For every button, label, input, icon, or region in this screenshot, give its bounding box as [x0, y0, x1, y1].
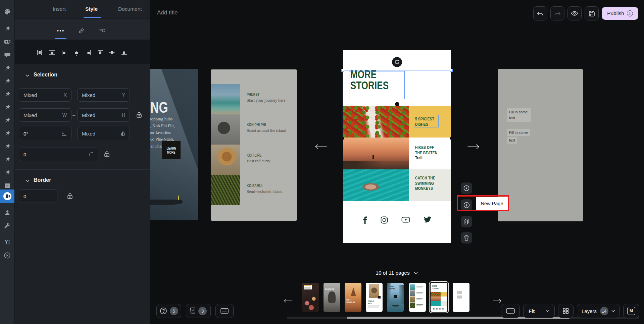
thumbnail-page-5[interactable]: ISLAND HOPPING [387, 283, 404, 312]
redo-button[interactable] [550, 6, 564, 20]
thumbs-prev-arrow[interactable] [284, 299, 292, 303]
distribute-horizontal-icon[interactable] [36, 49, 43, 56]
play-preview-button[interactable] [461, 182, 472, 194]
thumbnail-page-8[interactable] [453, 283, 469, 312]
y-brand-icon[interactable]: Y! [0, 237, 14, 248]
align-top-icon[interactable] [97, 49, 104, 56]
curry-photo [211, 145, 240, 175]
page-list[interactable]: PHUKET Start your journey here KOH PHI P… [211, 69, 297, 221]
zoom-fit-dropdown[interactable]: Fit [523, 304, 555, 318]
x-field[interactable]: Mixed X [19, 88, 71, 102]
selection-handle-top-left[interactable] [341, 69, 344, 72]
publish-button[interactable]: Publish i [602, 7, 638, 20]
mountain-photo[interactable] [343, 138, 409, 169]
thumbnail-page-7-selected[interactable]: MORE STORIES [431, 283, 447, 312]
selection-center-handle[interactable] [395, 102, 399, 106]
row2-text-cell[interactable]: HIKES OFF THE BEATEN Trail [409, 138, 451, 169]
width-field[interactable]: Mixed W [19, 108, 71, 122]
thumbnail-page-3[interactable]: TOP 5 CHIANG MAI [345, 283, 361, 312]
rotation-field[interactable]: 0° [19, 127, 71, 140]
page-counter[interactable]: 10 of 11 pages [351, 270, 442, 276]
thumbnail-page-4[interactable]: TEMPLE MAZE [366, 283, 383, 312]
preview-eye-button[interactable] [567, 6, 582, 20]
media-icon[interactable] [0, 37, 14, 47]
pin-icon[interactable] [0, 76, 14, 87]
align-center-horizontal-icon[interactable] [73, 49, 80, 56]
subtab-general-icon[interactable]: ••• [56, 27, 65, 35]
pin-icon[interactable] [0, 154, 14, 165]
page-next[interactable]: Fill in some text Fill in some text [498, 69, 583, 221]
thumbnail-page-2[interactable]: BANGKOK [324, 283, 340, 312]
pin-icon[interactable] [0, 63, 14, 73]
collapse-selection-icon[interactable] [26, 74, 30, 77]
thumbnail-page-1[interactable] [302, 283, 319, 312]
pin-icon[interactable] [0, 89, 14, 100]
delete-page-button[interactable] [461, 232, 472, 244]
duplicate-page-button[interactable] [461, 216, 472, 227]
selection-handle-top-right[interactable] [450, 69, 453, 72]
pin-icon[interactable] [0, 141, 14, 152]
keyboard-toggle-button[interactable] [501, 304, 520, 318]
page-prev[interactable]: NG hopping hubs i, Koh Phi Phi, her favo… [150, 69, 198, 220]
aspect-lock-icon[interactable] [136, 112, 142, 118]
distribute-vertical-icon[interactable] [49, 49, 55, 56]
subtab-link-icon[interactable] [77, 27, 86, 35]
thumbnail-page-6[interactable] [409, 283, 426, 312]
thumbs-next-arrow[interactable] [493, 299, 502, 303]
user-icon[interactable] [0, 207, 14, 218]
corner-radius-field[interactable]: 0 [19, 148, 98, 161]
subtab-effects-icon[interactable] [98, 27, 107, 35]
align-left-icon[interactable] [61, 49, 67, 56]
facebook-icon[interactable] [363, 216, 367, 224]
align-center-vertical-icon[interactable] [109, 49, 115, 56]
placeholder-text-box[interactable]: Fill in some text [507, 108, 531, 122]
mode-button[interactable]: M [623, 304, 639, 318]
tab-document[interactable]: Document [118, 6, 142, 12]
sidebar-item-device-preview[interactable] [0, 190, 14, 203]
learn-more-button[interactable]: LEARN MORE [162, 141, 181, 159]
thumb-title-line: CHIANG MAI [346, 301, 355, 304]
placeholder-text-box[interactable]: Fill in some text [507, 129, 530, 144]
opacity-field[interactable]: Mixed [77, 127, 130, 140]
collapse-border-icon[interactable] [26, 179, 30, 182]
wrench-icon[interactable] [0, 220, 14, 231]
align-right-icon[interactable] [85, 49, 92, 56]
rotation-icon [61, 131, 67, 136]
selection-handle-bottom-left[interactable] [341, 137, 344, 140]
youtube-icon[interactable] [401, 216, 410, 224]
editor-canvas[interactable]: Add title Publish i NG hopping hubs i, K… [150, 0, 644, 324]
tab-insert[interactable]: Insert [53, 6, 66, 12]
grid-view-button[interactable] [558, 304, 574, 318]
prev-page-arrow[interactable] [315, 144, 327, 149]
border-lock-icon[interactable] [67, 193, 73, 199]
instagram-icon[interactable] [381, 216, 388, 224]
checklist-button[interactable]: 3 [186, 304, 211, 318]
monkey-photo[interactable] [343, 169, 409, 201]
y-field[interactable]: Mixed Y [77, 88, 130, 102]
tab-style[interactable]: Style [85, 6, 98, 12]
play-circle-icon[interactable] [0, 250, 14, 261]
pin-icon[interactable] [0, 102, 14, 113]
radius-lock-icon[interactable] [104, 151, 110, 157]
shortcuts-button[interactable] [215, 304, 234, 318]
document-title-input[interactable]: Add title [157, 9, 178, 16]
pin-icon[interactable] [0, 167, 14, 178]
help-button[interactable]: 5 [156, 304, 181, 318]
border-width-field[interactable]: 0 [19, 190, 57, 203]
pin-icon[interactable] [0, 115, 14, 126]
palette-icon[interactable] [0, 6, 14, 17]
save-button[interactable] [585, 6, 599, 20]
twitter-icon[interactable] [424, 216, 432, 224]
align-bottom-icon[interactable] [121, 49, 128, 56]
next-page-arrow[interactable] [467, 144, 480, 149]
pin-icon[interactable] [0, 23, 14, 34]
layers-dropdown[interactable]: Layers 14 [577, 304, 620, 318]
undo-button[interactable] [533, 6, 547, 20]
rotate-handle[interactable] [392, 57, 402, 67]
pin-icon[interactable] [0, 128, 14, 139]
tooltip-label: New Page [481, 201, 503, 206]
selection-handle-bottom-right[interactable] [450, 137, 452, 140]
row3-text-cell[interactable]: CATCH THE SWIMMING MONKEYS [409, 169, 451, 201]
comment-icon[interactable] [0, 49, 14, 60]
height-field[interactable]: Mixed H [77, 108, 130, 122]
